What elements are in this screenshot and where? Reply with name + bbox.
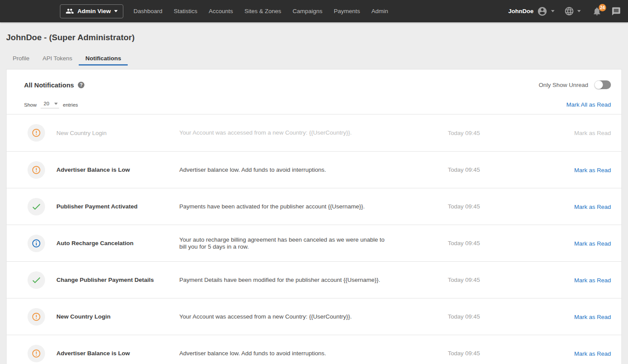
tab-notifications[interactable]: Notifications	[79, 52, 128, 66]
info-icon	[31, 239, 41, 248]
notification-time: Today 09:45	[448, 277, 513, 283]
globe-icon	[564, 6, 574, 16]
notification-row: Auto Recharge Cancelation Your auto rech…	[7, 225, 621, 261]
warning-icon	[31, 312, 41, 322]
mark-as-read-link[interactable]: Mark as Read	[574, 277, 611, 284]
notification-title: New Country Login	[45, 313, 179, 320]
notification-count-badge: 24	[599, 4, 606, 11]
avatar-icon	[537, 6, 548, 17]
notification-description: Payments have been activated for the pub…	[179, 203, 388, 210]
mark-as-read-link[interactable]: Mark as Read	[574, 240, 611, 247]
list-controls: Show 20 entries Mark All as Read	[7, 89, 621, 114]
notifications-panel: All Notifications ? Only Show Unread Sho…	[6, 69, 622, 364]
tab-api-tokens[interactable]: API Tokens	[36, 52, 79, 66]
notification-description: Your Account was accessed from a new Cou…	[179, 129, 388, 136]
notification-title: Advertiser Balance is Low	[45, 166, 179, 173]
entries-per-page-value: 20	[44, 101, 49, 106]
notification-time: Today 09:45	[448, 203, 513, 210]
nav-item-accounts[interactable]: Accounts	[203, 0, 239, 22]
notification-time: Today 09:45	[448, 166, 513, 173]
notification-title: Publisher Payment Activated	[45, 203, 179, 210]
profile-tabs: ProfileAPI TokensNotifications	[6, 52, 628, 66]
notification-row: Advertiser Balance is Low Advertiser bal…	[7, 151, 621, 188]
panel-header: All Notifications ? Only Show Unread	[7, 69, 621, 89]
nav-item-campaigns[interactable]: Campaigns	[287, 0, 328, 22]
nav-item-admin[interactable]: Admin	[366, 0, 394, 22]
notification-description: Your Account was accessed from a new Cou…	[179, 313, 388, 320]
notification-row: Change Publisher Payment Details Payment…	[7, 261, 621, 298]
only-show-unread-toggle[interactable]	[595, 80, 611, 89]
warning-icon	[31, 349, 41, 358]
warning-icon	[31, 128, 41, 138]
user-name: JohnDoe	[508, 8, 534, 14]
success-icon	[31, 201, 42, 212]
notification-time: Today 09:45	[448, 350, 513, 357]
show-label: Show	[24, 102, 37, 107]
nav-item-payments[interactable]: Payments	[328, 0, 366, 22]
language-menu[interactable]	[564, 6, 581, 16]
admin-view-label: Admin View	[77, 8, 111, 14]
admin-view-button[interactable]: Admin View	[60, 4, 123, 18]
toggle-knob	[594, 80, 603, 89]
main-content: JohnDoe - (Super Administrator) ProfileA…	[0, 33, 628, 364]
entries-label: entries	[63, 102, 78, 107]
main-nav: DashboardStatisticsAccountsSites & Zones…	[128, 0, 394, 22]
messages-button[interactable]	[611, 7, 621, 16]
notification-description: Payment Details have been modified for t…	[179, 277, 388, 284]
chevron-down-icon	[577, 10, 581, 12]
user-menu[interactable]: JohnDoe	[508, 6, 555, 17]
help-icon[interactable]: ?	[78, 82, 84, 88]
chevron-down-icon	[114, 10, 118, 12]
mark-as-read-link[interactable]: Mark as Read	[574, 204, 611, 210]
nav-item-sites-zones[interactable]: Sites & Zones	[239, 0, 287, 22]
success-icon	[31, 275, 42, 285]
tab-profile[interactable]: Profile	[6, 52, 36, 66]
notification-row: Publisher Payment Activated Payments hav…	[7, 188, 621, 225]
notification-time: Today 09:45	[448, 240, 513, 246]
navbar-right: JohnDoe 24	[508, 6, 621, 17]
panel-title: All Notifications	[24, 81, 74, 89]
notification-time: Today 09:45	[448, 130, 513, 136]
notification-title: Advertiser Balance is Low	[45, 350, 179, 357]
notification-title: Change Publisher Payment Details	[45, 277, 179, 283]
mark-as-read-link[interactable]: Mark as Read	[574, 167, 611, 173]
chat-icon	[611, 7, 621, 16]
mark-as-read-link[interactable]: Mark as Read	[574, 130, 611, 136]
notification-row: New Country Login Your Account was acces…	[7, 298, 621, 335]
notifications-list: New Country Login Your Account was acces…	[7, 114, 621, 364]
page-title: JohnDoe - (Super Administrator)	[6, 33, 628, 42]
notification-title: Auto Recharge Cancelation	[45, 240, 179, 246]
notification-row: New Country Login Your Account was acces…	[7, 114, 621, 151]
top-navbar: Admin View DashboardStatisticsAccountsSi…	[0, 0, 628, 22]
notification-row: Advertiser Balance is Low Advertiser bal…	[7, 335, 621, 364]
mark-all-read-link[interactable]: Mark All as Read	[566, 101, 611, 108]
notification-title: New Country Login	[45, 130, 179, 136]
warning-icon	[31, 165, 41, 175]
nav-item-statistics[interactable]: Statistics	[168, 0, 203, 22]
mark-as-read-link[interactable]: Mark as Read	[574, 350, 611, 357]
nav-item-dashboard[interactable]: Dashboard	[128, 0, 168, 22]
only-show-unread-label: Only Show Unread	[539, 82, 588, 88]
notification-description: Advertiser balance low. Add funds to avo…	[179, 166, 388, 173]
mark-as-read-link[interactable]: Mark as Read	[574, 314, 611, 320]
notification-description: Your auto recharge billing agreement has…	[179, 236, 388, 250]
notification-time: Today 09:45	[448, 313, 513, 320]
entries-per-page-select[interactable]: 20	[41, 101, 59, 108]
notification-description: Advertiser balance low. Add funds to avo…	[179, 350, 388, 357]
people-icon	[66, 7, 74, 15]
notifications-button[interactable]: 24	[592, 7, 602, 16]
chevron-down-icon	[54, 103, 58, 105]
chevron-down-icon	[551, 10, 555, 12]
